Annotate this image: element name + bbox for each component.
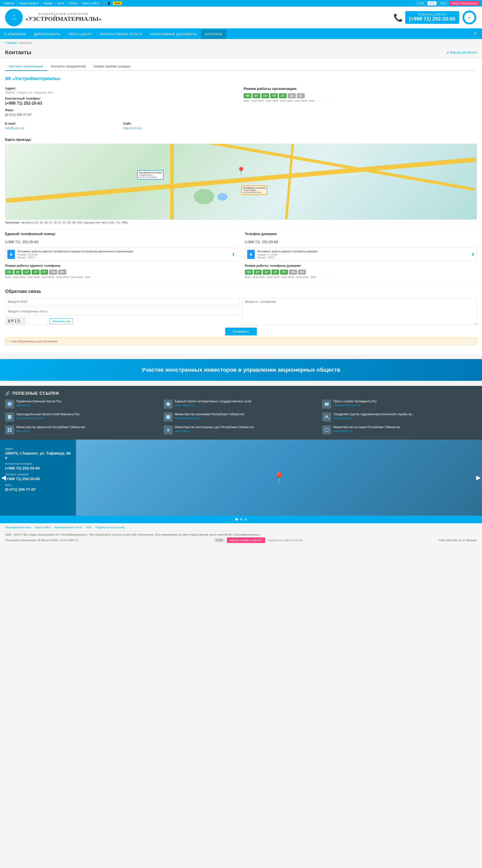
map-title: Карта проезда: [5,137,477,142]
site-link[interactable]: http://uzm.uz [123,126,142,130]
contact-info-grid: Адрес: 100070, г.Ташкент, ул. Тафаккур, … [5,86,477,132]
footer-link-sitemap[interactable]: Карта сайта [35,526,51,529]
trust-doc-title: Регламент работы единого телефона довери… [257,250,469,253]
link-item-2: Пресс-служба Президента Руз. www.press-s… [322,400,477,409]
day-tue: ВТ [253,93,260,98]
link-url-6[interactable]: www.mf.uz [16,429,85,432]
day-sat: СБ [288,93,296,98]
wt-day-thu: ЧТ [271,270,279,275]
work-trust-schedule: Режим работы телефона доверия: ПН ВТ СР … [245,264,477,278]
topbar-link-sitemap[interactable]: Карта сайта [82,2,99,5]
error-report-button[interactable]: Нашли ошибку в тексте? [227,537,265,543]
svg-rect-15 [8,430,9,432]
link-url-1[interactable]: www.my.gov.uz [175,404,252,407]
feedback-message-input[interactable] [243,298,477,325]
footer-link-rss[interactable]: RSS [86,526,92,529]
link-name-8[interactable]: Министерство юстиции Республики Узбекист… [333,425,400,429]
nav-interactive[interactable]: ИНТЕРАКТИВНЫЕ УСЛУГИ [96,29,146,39]
unified-phone-doc: 📄 Регламент работы единого телефонного н… [5,248,237,261]
hours-wed: 09:00 - 18:00 [272,99,286,102]
pagination-dots [0,516,482,523]
topbar-link-forum[interactable]: Форум [43,2,53,5]
contact-phone-value: (+998 71) 252-20-63 [5,101,238,106]
wp-day-sun: ВС [58,270,66,275]
svg-rect-6 [8,402,12,405]
pagination-dot-2[interactable] [240,518,243,521]
link-icon-3 [5,412,14,422]
print-button[interactable]: 🖨 Версия для печати [446,51,477,54]
captcha-input[interactable] [27,317,47,325]
required-note: * - поля обязательные для заполнения [5,338,477,345]
unified-doc-download[interactable]: ⬇ [232,252,235,257]
search-button[interactable]: 🔍 [470,29,482,39]
topbar-link-shareholders[interactable]: Акционерам ▾ [19,2,39,5]
topbar-link-mail[interactable]: Почта [69,2,77,5]
aaa-badge[interactable]: AAA [113,2,122,5]
unified-phone-title: Единый телефонный номер: [5,232,237,236]
nav-docs[interactable]: НОРМАТИВНЫЕ ДОКУМЕНТЫ [146,29,201,39]
lang-uzb-btn[interactable]: O'ZB [416,1,425,5]
pagination-dot-1[interactable] [235,518,238,521]
map-road-vertical [170,144,174,219]
link-url-8[interactable]: www.minjust.uz [333,429,400,432]
unified-doc-size: Размер: 21.23 КБ [18,253,229,256]
nav-press[interactable]: ПРЕСС-ЦЕНТР [64,29,96,39]
link-name-7[interactable]: Министерство иностранных дел Республики … [175,425,254,429]
trust-phone-doc: 📄 Регламент работы единого телефона дове… [245,248,477,261]
unified-doc-format: Формат: DOCX [18,256,229,259]
footer-link-subscribe[interactable]: Подписка на рассылку [95,526,125,529]
link-name-0[interactable]: Правительственный портал Руз. [16,400,62,403]
footer-map-area[interactable]: 📍 [76,440,482,516]
carousel-prev-button[interactable]: ◀ [1,474,6,481]
link-name-3[interactable]: Законодательная палата Олий Мажлиса Руз. [16,412,80,416]
map-container[interactable]: 📍 Автобусная остановка«Пединститут»9,11,… [5,144,477,220]
pagination-dot-3[interactable] [245,518,247,521]
link-url-2[interactable]: www.press-service.uz [333,404,377,407]
link-url-5[interactable]: www.meteo.uz [333,416,414,420]
link-name-6[interactable]: Министерство финансов Республики Узбекис… [16,425,85,429]
phone-numbers-section: Единый телефонный номер: (+998 71) 252-2… [5,232,477,278]
breadcrumb-home[interactable]: Главная [5,41,17,44]
feedback-email-input[interactable] [5,308,240,315]
link-name-5[interactable]: Узгидромет (центр гидрометеорологической… [333,412,414,416]
hours-thu: 09:00 - 18:00 [287,99,300,102]
tab-org-contacts[interactable]: Контакты организации [5,62,47,71]
nav-contacts[interactable]: КОНТАКТЫ [201,29,226,39]
link-icon-0 [5,400,14,409]
link-url-7[interactable]: www.mfa.uz [175,429,254,432]
link-icon-4 [164,412,173,422]
submit-button[interactable]: Отправить [225,328,257,336]
link-url-4[interactable]: www.mineconomy.uz [175,416,245,420]
email-label: E-mail: [5,122,121,125]
speaker-icon[interactable]: 🔊 [101,2,105,5]
trust-doc-download[interactable]: ⬇ [471,252,475,257]
link-name-4[interactable]: Министерство экономики Республики Узбеки… [175,412,245,416]
tab-reception-schedule[interactable]: График приёма граждан [89,62,134,71]
contact-left-column: Адрес: 100070, г.Ташкент, ул. Тафаккур, … [5,86,238,132]
link-name-1[interactable]: Единый портал интерактивных государствен… [175,400,252,403]
carousel-next-button[interactable]: ▶ [476,474,481,481]
banner-section[interactable]: Участие иностранных инвесторов в управле… [0,359,482,381]
footer-map-section: ◀ ▶ Адрес: 100070, г.Ташкент, ул. Тафакк… [0,440,482,516]
nav-about[interactable]: О КОМПАНИИ [0,29,30,39]
footer-link-email[interactable]: Корпоративная почта [55,526,82,529]
lang-rus-btn[interactable]: RUS [427,1,437,5]
map-section: Карта проезда: 📍 Автобусная остановка«Пе… [5,137,477,224]
nav-activity[interactable]: ДЕЯТЕЛЬНОСТЬ [30,29,64,39]
email-link[interactable]: info@uzm.uz [5,126,24,130]
footer-link-search[interactable]: Расширенный поиск [5,526,31,529]
svg-text:УЗ: УЗ [13,14,15,17]
feedback-name-input[interactable] [5,298,240,306]
tab-enterprise-contacts[interactable]: Контакты предприятий [47,62,90,71]
link-url-3[interactable]: www.parliament.gov.uz [16,416,80,420]
topbar-link-blog[interactable]: Блог [58,2,64,5]
login-button[interactable]: Вход / Регистрация [450,1,479,6]
topbar-link-home[interactable]: Главная [3,2,14,5]
link-name-2[interactable]: Пресс-служба Президента Руз. [333,400,377,403]
feedback-section: Обратная связь 8P15 Изменить код Отправи… [5,289,477,345]
captcha-refresh-button[interactable]: Изменить код [50,318,73,324]
lang-eng-btn[interactable]: ENG [439,1,448,5]
day-thu: ЧТ [270,93,278,98]
company-logo[interactable]: УЗ СТРОЙ [5,9,23,26]
link-url-0[interactable]: www.gov.uz [16,404,62,407]
